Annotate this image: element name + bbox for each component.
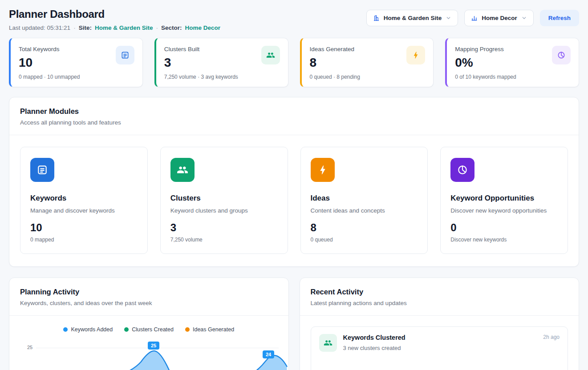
chart-legend: Keywords Added Clusters Created Ideas Ge…	[9, 326, 288, 333]
legend-item-clusters-created: Clusters Created	[124, 326, 174, 333]
users-icon	[170, 158, 195, 182]
recent-activity-header: Recent Activity Latest planning actions …	[300, 278, 579, 316]
stat-label: Total Keywords	[19, 46, 80, 52]
legend-dot-blue	[63, 327, 68, 332]
sector-link[interactable]: Home Decor	[185, 24, 220, 31]
section-subtitle: Access all planning tools and features	[20, 119, 568, 126]
sector-selector-value: Home Decor	[482, 15, 517, 21]
planner-dashboard-page: Planner Dashboard Last updated: 05:31:21…	[0, 0, 588, 370]
module-value: 8	[311, 221, 418, 234]
section-title: Planning Activity	[20, 288, 278, 296]
section-title: Recent Activity	[311, 288, 568, 296]
y-axis-tick: 25	[27, 345, 32, 350]
chevron-down-icon	[521, 15, 527, 21]
data-point-label: 25	[148, 342, 159, 350]
header-controls: Home & Garden Site Home Decor Refresh	[366, 10, 579, 26]
stat-label: Mapping Progress	[455, 46, 516, 52]
site-selector-dropdown[interactable]: Home & Garden Site	[366, 10, 458, 26]
stat-text: Mapping Progress 0% 0 of 10 keywords map…	[455, 46, 516, 80]
stat-value: 8	[310, 56, 360, 70]
stat-sub: 0 queued · 8 pending	[310, 74, 360, 80]
stat-value: 10	[19, 56, 80, 70]
module-description: Keyword clusters and groups	[170, 207, 278, 214]
file-text-icon	[30, 158, 54, 182]
legend-item-ideas-generated: Ideas Generated	[185, 326, 234, 333]
legend-dot-green	[124, 327, 129, 332]
bolt-icon	[406, 46, 425, 64]
legend-dot-orange	[185, 327, 190, 332]
activity-title: Keywords Clustered	[343, 334, 406, 341]
planning-activity-header: Planning Activity Keywords, clusters, an…	[9, 278, 288, 316]
module-value: 10	[30, 221, 138, 234]
pie-chart-icon	[450, 158, 474, 182]
module-description: Content ideas and concepts	[311, 207, 418, 214]
stat-card-total-keywords: Total Keywords 10 0 mapped · 10 unmapped	[9, 38, 143, 87]
building-icon	[373, 15, 380, 21]
legend-label: Ideas Generated	[193, 326, 234, 333]
module-value: 3	[170, 221, 278, 234]
stat-value: 3	[164, 56, 238, 70]
data-point-label: 24	[263, 350, 274, 358]
activity-item-keywords-clustered: Keywords Clustered 3 new clusters create…	[311, 326, 568, 370]
site-selector-value: Home & Garden Site	[384, 15, 442, 21]
stat-label: Ideas Generated	[310, 46, 360, 52]
stat-text: Ideas Generated 8 0 queued · 8 pending	[310, 46, 360, 80]
module-sub: 0 mapped	[30, 237, 138, 243]
stat-text: Clusters Built 3 7,250 volume · 3 avg ke…	[164, 46, 238, 80]
meta-separator: ·	[73, 24, 76, 31]
module-sub: 7,250 volume	[170, 237, 278, 243]
planning-activity-panel: Planning Activity Keywords, clusters, an…	[9, 278, 289, 370]
chevron-down-icon	[446, 15, 451, 21]
module-title: Keyword Opportunities	[450, 194, 558, 203]
stat-value: 0%	[455, 56, 516, 70]
module-sub: Discover new keywords	[450, 237, 558, 243]
modules-grid: Keywords Manage and discover keywords 10…	[9, 135, 579, 266]
sector-label: Sector:	[161, 24, 182, 31]
bolt-icon	[311, 158, 335, 182]
legend-item-keywords-added: Keywords Added	[63, 326, 113, 333]
page-title: Planner Dashboard	[9, 8, 220, 20]
module-title: Keywords	[30, 194, 138, 203]
users-icon	[319, 334, 337, 352]
page-meta: Last updated: 05:31:21 · Site: Home & Ga…	[9, 24, 220, 31]
stats-row: Total Keywords 10 0 mapped · 10 unmapped…	[9, 38, 579, 87]
stat-label: Clusters Built	[164, 46, 238, 52]
planner-modules-header: Planner Modules Access all planning tool…	[9, 97, 579, 135]
module-card-keyword-opportunities[interactable]: Keyword Opportunities Discover new keywo…	[440, 147, 568, 254]
stat-sub: 0 mapped · 10 unmapped	[19, 74, 80, 80]
stat-card-mapping-progress: Mapping Progress 0% 0 of 10 keywords map…	[445, 38, 579, 87]
activity-text: Keywords Clustered 3 new clusters create…	[343, 334, 406, 351]
meta-separator: ·	[156, 24, 158, 31]
module-card-keywords[interactable]: Keywords Manage and discover keywords 10…	[20, 147, 148, 254]
module-title: Clusters	[170, 194, 278, 203]
stat-sub: 0 of 10 keywords mapped	[455, 74, 516, 80]
header-left: Planner Dashboard Last updated: 05:31:21…	[9, 8, 220, 31]
legend-label: Clusters Created	[132, 326, 174, 333]
module-card-clusters[interactable]: Clusters Keyword clusters and groups 3 7…	[160, 147, 288, 254]
module-sub: 0 queued	[311, 237, 418, 243]
activity-description: 3 new clusters created	[343, 345, 406, 351]
stat-card-clusters-built: Clusters Built 3 7,250 volume · 3 avg ke…	[154, 38, 288, 87]
bottom-row: Planning Activity Keywords, clusters, an…	[9, 278, 579, 370]
module-card-ideas[interactable]: Ideas Content ideas and concepts 8 0 que…	[300, 147, 428, 254]
last-updated-text: Last updated: 05:31:21	[9, 24, 70, 31]
activity-timestamp: 2h ago	[543, 334, 560, 340]
sector-selector-dropdown[interactable]: Home Decor	[464, 10, 534, 26]
module-description: Discover new keyword opportunities	[450, 207, 558, 214]
stat-sub: 7,250 volume · 3 avg keywords	[164, 74, 238, 80]
module-value: 0	[450, 221, 558, 234]
planner-modules-panel: Planner Modules Access all planning tool…	[9, 97, 579, 267]
bar-chart-icon	[471, 15, 478, 21]
module-title: Ideas	[311, 194, 418, 203]
stat-card-ideas-generated: Ideas Generated 8 0 queued · 8 pending	[300, 38, 434, 87]
pie-chart-icon	[552, 46, 571, 64]
site-link[interactable]: Home & Garden Site	[95, 24, 153, 31]
planning-activity-chart: 25 25 24	[9, 341, 288, 370]
section-title: Planner Modules	[20, 107, 568, 116]
users-icon	[261, 46, 280, 64]
file-text-icon	[116, 46, 134, 64]
page-header: Planner Dashboard Last updated: 05:31:21…	[9, 8, 579, 31]
refresh-button[interactable]: Refresh	[540, 10, 579, 26]
stat-text: Total Keywords 10 0 mapped · 10 unmapped	[19, 46, 80, 80]
section-subtitle: Latest planning actions and updates	[311, 300, 568, 306]
